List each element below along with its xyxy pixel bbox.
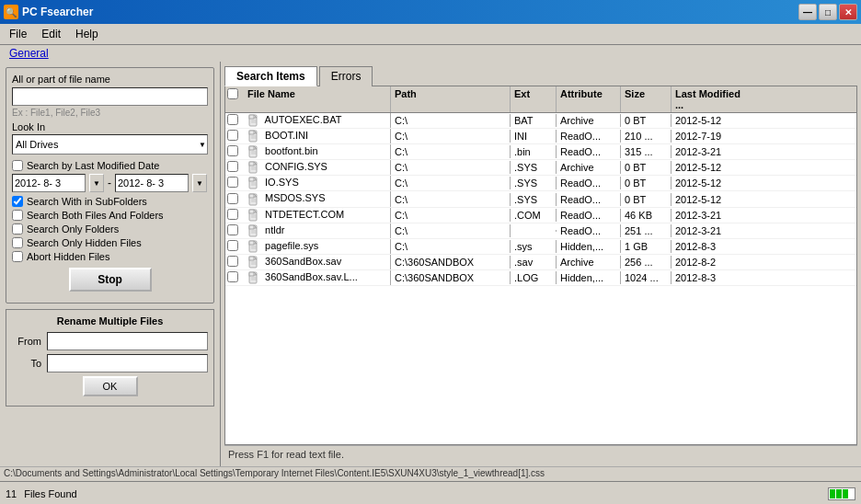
cell-modified: 2012-3-21: [672, 224, 754, 237]
date-separator: -: [108, 177, 111, 189]
date-from-dropdown[interactable]: ▼: [89, 174, 104, 192]
row-checkbox-8[interactable]: [227, 240, 238, 251]
table-row[interactable]: bootfont.bin C:\ .bin ReadO... 315 ... 2…: [225, 144, 856, 160]
cell-ext: .sav: [511, 256, 557, 269]
table-row[interactable]: CONFIG.SYS C:\ .SYS Archive 0 BT 2012-5-…: [225, 160, 856, 176]
rename-from-input[interactable]: [47, 332, 208, 350]
select-all-checkbox[interactable]: [227, 88, 238, 99]
cell-filename: 360SandBox.sav.L...: [244, 270, 391, 285]
tab-search-items[interactable]: Search Items: [224, 66, 317, 86]
table-row[interactable]: pagefile.sys C:\ .sys Hidden,... 1 GB 20…: [225, 239, 856, 255]
row-checkbox-3[interactable]: [227, 161, 238, 172]
col-header-filename[interactable]: File Name: [244, 86, 391, 112]
row-checkbox-0[interactable]: [227, 114, 238, 125]
date-range-row: ▼ - ▼: [12, 174, 208, 192]
menu-bar: File Edit Help: [0, 24, 861, 45]
row-checkbox-5[interactable]: [227, 193, 238, 204]
maximize-button[interactable]: □: [819, 4, 837, 20]
tab-bar: Search Items Errors: [224, 65, 857, 86]
row-checkbox-10[interactable]: [227, 271, 238, 282]
table-row[interactable]: 360SandBox.sav C:\360SANDBOX .sav Archiv…: [225, 255, 856, 270]
cell-attr: ReadO...: [557, 145, 621, 158]
cell-ext: .COM: [511, 209, 557, 222]
cell-attr: ReadO...: [557, 224, 621, 237]
date-to-dropdown[interactable]: ▼: [192, 174, 207, 192]
row-checkbox-4[interactable]: [227, 177, 238, 188]
cell-filename: MSDOS.SYS: [244, 191, 391, 206]
date-from-input[interactable]: [12, 174, 86, 192]
checkbox-subfolders-label: Search With in SubFolders: [27, 196, 147, 207]
tab-errors[interactable]: Errors: [319, 66, 373, 86]
cell-size: 1024 ...: [621, 271, 672, 284]
cell-path: C:\360SANDBOX: [391, 271, 511, 284]
date-to-input[interactable]: [115, 174, 189, 192]
cell-modified: 2012-7-19: [672, 130, 754, 143]
cell-attr: Archive: [557, 256, 621, 269]
checkbox-hidden[interactable]: [12, 237, 23, 248]
col-header-modified[interactable]: Last Modified ...: [672, 86, 754, 112]
row-checkbox-6[interactable]: [227, 209, 238, 220]
checkbox-nofolders-label: Search Only Folders: [27, 223, 119, 235]
table-row[interactable]: NTDETECT.COM C:\ .COM ReadO... 46 KB 201…: [225, 208, 856, 223]
col-header-path[interactable]: Path: [391, 86, 511, 112]
table-row[interactable]: IO.SYS C:\ .SYS ReadO... 0 BT 2012-5-12: [225, 176, 856, 191]
bottom-bar: 11 Files Found: [0, 481, 861, 504]
progress-segment-3: [843, 489, 848, 498]
table-row[interactable]: AUTOEXEC.BAT C:\ BAT Archive 0 BT 2012-5…: [225, 113, 856, 129]
filename-input[interactable]: [12, 87, 208, 106]
svg-rect-17: [249, 178, 254, 181]
cell-size: 0 BT: [621, 114, 672, 127]
file-icon: [247, 161, 260, 174]
files-found-label: Files Found: [24, 488, 76, 499]
cell-path: C:\: [391, 130, 511, 143]
stop-button[interactable]: Stop: [69, 268, 152, 292]
checkbox-abort[interactable]: [12, 251, 23, 262]
checkbox-lastmod-row: Search by Last Modified Date: [12, 160, 208, 171]
ok-button[interactable]: OK: [83, 376, 138, 396]
svg-rect-21: [249, 194, 254, 198]
row-checkbox-1[interactable]: [227, 130, 238, 141]
progress-segment-1: [830, 489, 835, 498]
cell-ext: .SYS: [511, 193, 557, 206]
cell-attr: ReadO...: [557, 209, 621, 222]
cell-ext: .bin: [511, 145, 557, 158]
row-checkbox-7[interactable]: [227, 224, 238, 235]
col-header-size[interactable]: Size: [621, 86, 672, 112]
cell-size: 0 BT: [621, 177, 672, 189]
checkbox-hidden-label: Search Only Hidden Files: [27, 237, 142, 248]
checkbox-abort-label: Abort Hidden Files: [27, 251, 110, 262]
table-row[interactable]: ntldr C:\ ReadO... 251 ... 2012-3-21: [225, 223, 856, 239]
cell-modified: 2012-8-3: [672, 240, 754, 253]
lookin-select[interactable]: All Drives C:\ D:\: [12, 134, 208, 155]
file-icon: [247, 193, 260, 206]
cell-modified: 2012-8-3: [672, 271, 754, 284]
menu-file[interactable]: File: [4, 26, 32, 42]
cell-filename: ntldr: [244, 223, 391, 238]
row-checkbox-2[interactable]: [227, 145, 238, 156]
checkbox-subfolders[interactable]: [12, 196, 23, 207]
checkbox-nofolders[interactable]: [12, 223, 23, 235]
col-header-attr[interactable]: Attribute: [557, 86, 621, 112]
menu-edit[interactable]: Edit: [36, 26, 66, 42]
table-row[interactable]: BOOT.INI C:\ INI ReadO... 210 ... 2012-7…: [225, 129, 856, 144]
general-link[interactable]: General: [4, 45, 54, 62]
file-icon: [247, 209, 260, 222]
col-header-ext[interactable]: Ext: [511, 86, 557, 112]
table-row[interactable]: 360SandBox.sav.L... C:\360SANDBOX .LOG H…: [225, 270, 856, 286]
cell-filename: bootfont.bin: [244, 144, 391, 159]
cell-attr: ReadO...: [557, 193, 621, 206]
to-label: To: [12, 358, 41, 369]
table-row[interactable]: MSDOS.SYS C:\ .SYS ReadO... 0 BT 2012-5-…: [225, 191, 856, 207]
menu-help[interactable]: Help: [70, 26, 104, 42]
checkbox-both[interactable]: [12, 210, 23, 221]
checkbox-abort-row: Abort Hidden Files: [12, 251, 208, 262]
file-list-header: File Name Path Ext Attribute Size Last M…: [225, 86, 856, 113]
cell-size: 1 GB: [621, 240, 672, 253]
cell-ext: .SYS: [511, 161, 557, 174]
row-checkbox-9[interactable]: [227, 256, 238, 267]
checkbox-lastmod[interactable]: [12, 160, 23, 171]
rename-title: Rename Multiple Files: [12, 315, 208, 326]
close-button[interactable]: ✕: [839, 4, 857, 20]
minimize-button[interactable]: —: [798, 4, 817, 20]
rename-to-input[interactable]: [47, 354, 208, 372]
